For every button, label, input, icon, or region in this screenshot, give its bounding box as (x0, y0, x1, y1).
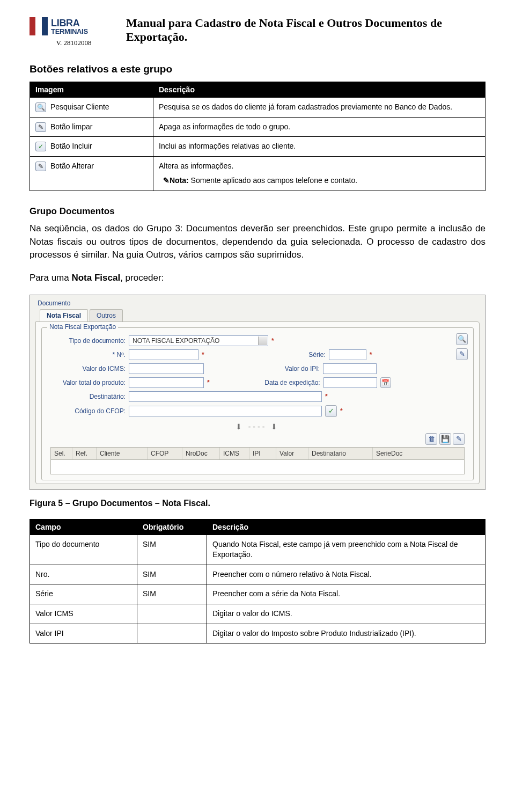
calendar-icon[interactable]: 📅 (380, 377, 391, 388)
grid-h-valor: Valor (276, 448, 308, 459)
version-text: V. 28102008 (56, 39, 91, 47)
check-icon: ✓ (35, 142, 46, 151)
grid-h-cfop: CFOP (148, 448, 182, 459)
cell-desc: Quando Nota Fiscal, este campo já vem pr… (207, 535, 485, 565)
tab-nota-fiscal[interactable]: Nota Fiscal (40, 309, 88, 321)
table-row: Valor IPI Digitar o valor do Imposto sob… (30, 624, 485, 643)
table-row: 🔍 Pesquisar Cliente Pesquisa se os dados… (30, 98, 485, 118)
cell-obr: SIM (137, 565, 207, 584)
section-documentos-title: Grupo Documentos (30, 206, 485, 217)
save-button[interactable]: 💾 (439, 433, 451, 445)
required-star: * (370, 351, 372, 359)
label-destinatario: Destinatário: (50, 393, 126, 400)
table-row: Tipo do documento SIM Quando Nota Fiscal… (30, 535, 485, 565)
cell-campo: Tipo do documento (30, 535, 137, 565)
table-row: ✎ Botão limpar Apaga as informações de t… (30, 117, 485, 137)
cell-campo: Valor IPI (30, 624, 137, 643)
label-serie: Série: (208, 351, 326, 359)
grid-body-empty (51, 460, 464, 474)
cell-desc: Digitar o valor do Imposto sobre Produto… (207, 624, 485, 643)
grid-h-ipi: IPI (249, 448, 276, 459)
logo-flag-icon (30, 17, 48, 35)
t2-head-desc: Descrição (207, 519, 485, 535)
table1-head-imagem: Imagem (30, 82, 153, 98)
cell-desc: Preencher com a série da Nota Fiscal. (207, 584, 485, 604)
cell-desc: Altera as informações. (159, 161, 480, 172)
label-tipo-doc: Tipo de documento: (50, 337, 126, 345)
confirm-button[interactable]: ✓ (325, 405, 337, 417)
t2-head-campo: Campo (30, 519, 137, 535)
cell-obr (137, 624, 207, 643)
icms-input[interactable] (129, 363, 204, 374)
p2-suffix: , proceder: (120, 273, 164, 283)
tipo-documento-select[interactable]: NOTA FISCAL EXPORTAÇÃO (129, 335, 268, 346)
label-cfop: Código do CFOP: (50, 407, 126, 415)
figure-caption: Figura 5 – Grupo Documentos – Nota Fisca… (30, 499, 485, 508)
note-text: Somente aplicado aos campos telefone e c… (189, 176, 357, 185)
clear-button[interactable]: ✎ (456, 348, 468, 360)
libra-logo: LIBRA TERMINAIS (30, 16, 118, 36)
note-prefix: ✎Nota: (163, 176, 189, 185)
cell-desc: Apaga as informações de todo o grupo. (153, 117, 485, 137)
grid-h-ref: Ref. (72, 448, 97, 459)
tab-outros[interactable]: Outros (90, 309, 123, 321)
cell-desc: Pesquisa se os dados do cliente já foram… (153, 98, 485, 118)
required-star: * (340, 407, 343, 415)
p2-bold: Nota Fiscal (71, 273, 120, 283)
cell-label: Pesquisar Cliente (50, 103, 109, 111)
cell-desc: Preencher com o número relativo à Nota F… (207, 565, 485, 584)
cell-obr: SIM (137, 535, 207, 565)
cell-desc: Inclui as informações relativas ao clien… (153, 137, 485, 157)
table-row: Série SIM Preencher com a série da Nota … (30, 584, 485, 604)
buttons-table: Imagem Descrição 🔍 Pesquisar Cliente Pes… (30, 82, 485, 191)
cell-campo: Nro. (30, 565, 137, 584)
eraser-icon: ✎ (35, 122, 46, 132)
required-star: * (202, 351, 204, 359)
t2-head-obrig: Obrigatório (137, 519, 207, 535)
required-star: * (271, 337, 274, 345)
cell-label: Botão limpar (50, 122, 93, 131)
destinatario-input[interactable] (129, 391, 322, 402)
valor-total-input[interactable] (129, 377, 204, 388)
section-buttons-title: Botões relativos a este grupo (30, 63, 485, 75)
label-data-exped: Data de expedição: (213, 379, 320, 386)
delete-button[interactable]: 🗑 (425, 433, 437, 445)
search-button[interactable]: 🔍 (456, 333, 468, 345)
data-exped-input[interactable] (323, 377, 377, 388)
cell-obr (137, 604, 207, 624)
logo-text-line1: LIBRA (51, 18, 88, 28)
paragraph-1: Na seqüência, os dados do Grupo 3: Docum… (30, 222, 485, 262)
grid-h-icms: ICMS (220, 448, 249, 459)
table-row: Valor ICMS Digitar o valor do ICMS. (30, 604, 485, 624)
table-row: Nro. SIM Preencher com o número relativo… (30, 565, 485, 584)
required-star: * (325, 393, 328, 400)
cell-desc: Digitar o valor do ICMS. (207, 604, 485, 624)
fields-table: Campo Obrigatório Descrição Tipo do docu… (30, 519, 485, 644)
required-star: * (207, 379, 210, 386)
edit-icon: ✎ (35, 162, 46, 171)
table-row: ✎ Botão Alterar Altera as informações. ✎… (30, 156, 485, 191)
ipi-input[interactable] (323, 363, 377, 374)
cell-label: Botão Alterar (50, 162, 94, 170)
paragraph-2: Para uma Nota Fiscal, proceder: (30, 272, 485, 285)
cell-campo: Valor ICMS (30, 604, 137, 624)
main-title: Manual para Cadastro de Nota Fiscal e Ou… (126, 16, 485, 45)
edit-button[interactable]: ✎ (453, 433, 465, 445)
search-icon: 🔍 (35, 103, 46, 112)
document-header: LIBRA TERMINAIS V. 28102008 Manual para … (30, 16, 485, 47)
fieldset-nf-exportacao: Nota Fiscal Exportação 🔍 ✎ Tipo de docum… (41, 327, 474, 480)
label-valor-total: Valor total do produto: (50, 379, 126, 386)
separator-arrows: ⬇ ---- ⬇ (50, 420, 465, 433)
cfop-input[interactable] (129, 406, 322, 416)
logo-block: LIBRA TERMINAIS V. 28102008 (30, 16, 118, 47)
table-row: ✓ Botão Incluir Inclui as informações re… (30, 137, 485, 157)
cell-campo: Série (30, 584, 137, 604)
grid-h-serie: SerieDoc (373, 448, 464, 459)
cell-label: Botão Incluir (50, 142, 92, 150)
serie-input[interactable] (329, 349, 366, 360)
numero-input[interactable] (129, 349, 198, 360)
screenshot-documento: Documento Nota Fiscal Outros Nota Fiscal… (30, 295, 485, 490)
grid-h-cliente: Cliente (97, 448, 148, 459)
grid-h-dest: Destinatario (308, 448, 373, 459)
label-icms: Valor do ICMS: (50, 365, 126, 372)
